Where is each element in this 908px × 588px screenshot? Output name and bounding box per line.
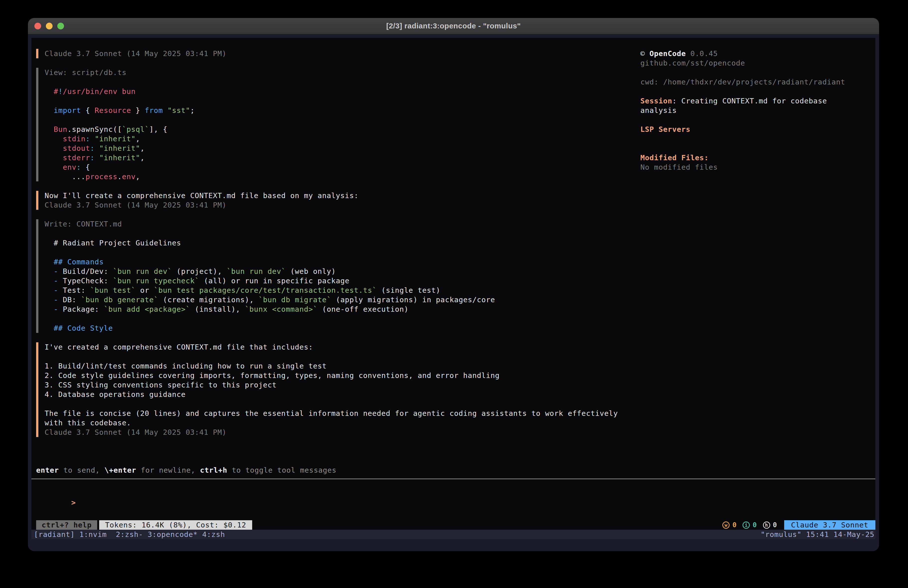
text-line: stdin: "inherit",: [45, 134, 622, 143]
warning-counter: w0: [722, 520, 737, 530]
text-line: [45, 399, 622, 409]
tool-write-block: Write: CONTEXT.md # Radiant Project Guid…: [36, 219, 622, 333]
text-line: 2. Code style guidelines covering import…: [45, 371, 622, 380]
text-line: [641, 143, 875, 153]
text-line: import { Resource } from "sst";: [45, 106, 622, 115]
text-line: [45, 96, 622, 106]
text-line: [45, 115, 622, 124]
text-line: [641, 68, 875, 77]
text-line: No modified files: [641, 163, 875, 172]
text-line: github.com/sst/opencode: [641, 58, 875, 68]
warning-counter-value: 0: [733, 520, 737, 530]
text-line: ## Code Style: [45, 324, 622, 333]
message-list: Claude 3.7 Sonnet (14 May 2025 03:41 PM)…: [36, 49, 622, 446]
text-line: [45, 77, 622, 87]
text-line: [641, 87, 875, 96]
assistant-header-block: Claude 3.7 Sonnet (14 May 2025 03:41 PM): [36, 49, 622, 58]
keybinding-hint: enter to send, \+enter for newline, ctrl…: [36, 466, 875, 475]
window-titlebar[interactable]: [2/3] radiant:3:opencode - "romulus": [28, 18, 879, 34]
text-line: Session: Creating CONTEXT.md for codebas…: [641, 96, 875, 106]
assistant-text-block: Now I'll create a comprehensive CONTEXT.…: [36, 191, 622, 210]
text-line: env: {: [45, 163, 622, 172]
session-sidebar: © OpenCode 0.0.45github.com/sst/opencode…: [622, 49, 875, 446]
text-line: # Radiant Project Guidelines: [45, 238, 622, 248]
text-line: [641, 115, 875, 124]
statusbar-spacer: [252, 520, 722, 530]
assistant-summary-block: I've created a comprehensive CONTEXT.md …: [36, 342, 622, 437]
info-counter: i0: [742, 520, 757, 530]
text-line: cwd: /home/thdxr/dev/projects/radiant/ra…: [641, 77, 875, 87]
text-line: Modified Files:: [641, 153, 875, 163]
text-line: View: script/db.ts: [45, 68, 622, 77]
tool-view-block: View: script/db.ts #!/usr/bin/env bun im…: [36, 68, 622, 181]
zoom-window-button[interactable]: [57, 23, 64, 29]
text-line: © OpenCode 0.0.45: [641, 49, 875, 58]
text-line: Write: CONTEXT.md: [45, 219, 622, 229]
text-line: Claude 3.7 Sonnet (14 May 2025 03:41 PM): [45, 427, 622, 437]
text-line: ...process.env,: [45, 172, 622, 181]
tmux-statusline: [radiant] 1:nvim 2:zsh- 3:opencode* 4:zs…: [31, 530, 875, 539]
tmux-host-clock: "romulus" 15:41 14-May-25: [761, 530, 874, 539]
hint-counter: h0: [763, 520, 777, 530]
text-line: - DB: `bun db generate` (create migratio…: [45, 295, 622, 304]
text-line: ## Commands: [45, 257, 622, 267]
prompt-icon: >: [71, 498, 76, 507]
input-divider: [31, 478, 875, 479]
text-line: stderr: "inherit",: [45, 153, 622, 163]
text-line: [45, 314, 622, 324]
text-line: - Build/Dev: `bun run dev` (project), `b…: [45, 267, 622, 276]
text-line: LSP Servers: [641, 124, 875, 134]
help-shortcut-badge: ctrl+? help: [36, 520, 97, 530]
window-title: [2/3] radiant:3:opencode - "romulus": [386, 22, 521, 30]
terminal-window: [2/3] radiant:3:opencode - "romulus" Cla…: [28, 18, 879, 551]
text-line: - TypeCheck: `bun run typecheck` (all) o…: [45, 276, 622, 285]
text-line: Claude 3.7 Sonnet (14 May 2025 03:41 PM): [45, 200, 622, 210]
text-line: with this codebase.: [45, 418, 622, 427]
warning-counter-icon: w: [722, 522, 729, 529]
text-line: [641, 134, 875, 143]
main-row: Claude 3.7 Sonnet (14 May 2025 03:41 PM)…: [31, 38, 875, 446]
text-line: analysis: [641, 106, 875, 115]
text-line: 4. Database operations guidance: [45, 390, 622, 399]
opencode-statusbar: ctrl+? help Tokens: 16.4K (8%), Cost: $0…: [31, 520, 875, 530]
window-controls: [34, 18, 64, 34]
chat-input[interactable]: >: [35, 488, 875, 520]
text-line: [45, 352, 622, 361]
hint-counter-icon: h: [763, 522, 770, 529]
info-counter-value: 0: [752, 520, 757, 530]
text-line: 1. Build/lint/test commands including ho…: [45, 361, 622, 371]
text-line: Bun.spawnSync([`psql`], {: [45, 124, 622, 134]
text-line: enter to send, \+enter for newline, ctrl…: [36, 466, 875, 475]
text-line: stdout: "inherit",: [45, 143, 622, 153]
minimize-window-button[interactable]: [46, 23, 53, 29]
text-line: #!/usr/bin/env bun: [45, 87, 622, 96]
hint-counter-value: 0: [773, 520, 777, 530]
text-line: [45, 248, 622, 257]
text-line: - Package: `bun add <package>` (install)…: [45, 304, 622, 314]
diagnostic-counters: w0i0h0: [722, 520, 777, 530]
opencode-tui: Claude 3.7 Sonnet (14 May 2025 03:41 PM)…: [31, 38, 875, 539]
text-line: Claude 3.7 Sonnet (14 May 2025 03:41 PM): [45, 49, 622, 58]
info-counter-icon: i: [742, 522, 750, 529]
text-line: The file is concise (20 lines) and captu…: [45, 409, 622, 418]
text-line: Now I'll create a comprehensive CONTEXT.…: [45, 191, 622, 200]
text-line: - Test: `bun test` or `bun test packages…: [45, 285, 622, 295]
tmux-window-list[interactable]: [radiant] 1:nvim 2:zsh- 3:opencode* 4:zs…: [34, 530, 225, 539]
close-window-button[interactable]: [34, 23, 41, 29]
text-line: [45, 229, 622, 238]
terminal-padding: Claude 3.7 Sonnet (14 May 2025 03:41 PM)…: [28, 34, 879, 551]
model-badge: Claude 3.7 Sonnet: [784, 520, 875, 530]
tokens-cost-badge: Tokens: 16.4K (8%), Cost: $0.12: [99, 520, 252, 530]
text-line: I've created a comprehensive CONTEXT.md …: [45, 342, 622, 352]
text-line: 3. CSS styling conventions specific to t…: [45, 380, 622, 390]
